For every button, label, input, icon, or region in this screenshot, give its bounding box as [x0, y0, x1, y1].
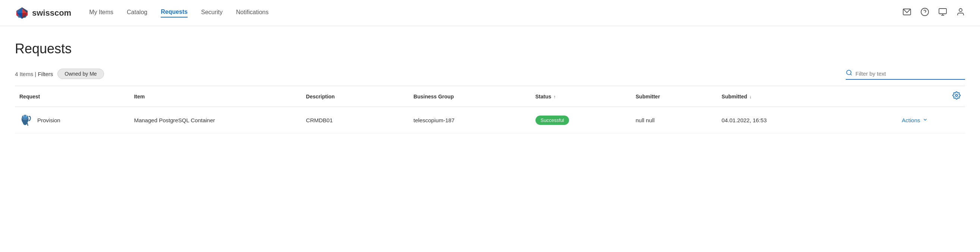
svg-point-20 [23, 115, 25, 117]
col-header-settings [932, 86, 965, 107]
user-icon[interactable] [956, 8, 965, 19]
search-icon [846, 69, 853, 78]
main-nav: My Items Catalog Requests Security Notif… [89, 9, 269, 17]
svg-line-22 [27, 123, 28, 126]
page-title: Requests [15, 41, 965, 57]
nav-item-catalog[interactable]: Catalog [127, 9, 147, 17]
monitor-icon[interactable] [938, 8, 947, 19]
logo-icon [15, 6, 29, 20]
svg-rect-10 [939, 9, 947, 14]
business-group-cell: telescopium-187 [409, 107, 531, 133]
page-content: Requests 4 Items | Filters Owned by Me [0, 26, 980, 141]
actions-chevron-icon[interactable] [923, 117, 928, 124]
submitted-cell: 04.01.2022, 16:53 [717, 107, 839, 133]
svg-point-8 [921, 8, 929, 16]
table-wrapper: Request Item Description Business Group … [15, 86, 965, 133]
header-left: swisscom My Items Catalog Requests Secur… [15, 6, 269, 20]
actions-cell: Actions [839, 107, 932, 133]
submitter-cell: null null [632, 107, 718, 133]
status-sort-icon: ↑ [554, 94, 556, 100]
svg-point-14 [846, 70, 851, 74]
svg-point-21 [26, 115, 27, 117]
search-input[interactable] [856, 70, 965, 77]
col-header-status[interactable]: Status ↑ [531, 86, 632, 107]
submitted-sort-icon: ↓ [749, 94, 751, 100]
nav-item-notifications[interactable]: Notifications [236, 9, 269, 17]
logo-text: swisscom [32, 8, 71, 18]
svg-line-15 [850, 74, 851, 75]
table-settings-icon[interactable] [952, 93, 961, 101]
col-header-submitter: Submitter [632, 86, 718, 107]
status-badge: Successful [536, 116, 570, 125]
requests-table: Request Item Description Business Group … [15, 86, 965, 133]
svg-point-13 [959, 9, 962, 11]
col-header-description: Description [302, 86, 409, 107]
header: swisscom My Items Catalog Requests Secur… [0, 0, 980, 26]
status-cell: Successful [531, 107, 632, 133]
nav-item-my-items[interactable]: My Items [89, 9, 113, 17]
header-right [902, 8, 965, 19]
item-cell: Managed PostgreSQL Container [129, 107, 301, 133]
actions-button[interactable]: Actions [902, 117, 920, 124]
col-header-actions [839, 86, 932, 107]
nav-item-requests[interactable]: Requests [161, 9, 188, 17]
request-cell-inner: Provision [19, 113, 125, 127]
request-label: Provision [37, 117, 60, 124]
col-header-request: Request [15, 86, 129, 107]
nav-item-security[interactable]: Security [201, 9, 223, 17]
request-cell: Provision [15, 107, 129, 133]
toolbar: 4 Items | Filters Owned by Me [15, 68, 965, 80]
mail-icon[interactable] [902, 8, 912, 19]
postgres-icon [19, 113, 33, 127]
table-header-row: Request Item Description Business Group … [15, 86, 965, 107]
help-icon[interactable] [920, 8, 929, 19]
col-header-business-group: Business Group [409, 86, 531, 107]
items-count: 4 Items | Filters [15, 71, 53, 77]
svg-point-16 [955, 94, 958, 97]
col-header-submitted[interactable]: Submitted ↓ [717, 86, 839, 107]
logo[interactable]: swisscom [15, 6, 71, 20]
table-row: Provision Managed PostgreSQL Container C… [15, 107, 965, 133]
toolbar-left: 4 Items | Filters Owned by Me [15, 68, 104, 79]
owned-by-me-button[interactable]: Owned by Me [57, 68, 103, 79]
search-box [846, 68, 965, 80]
col-header-item: Item [129, 86, 301, 107]
actions-inner: Actions [843, 117, 928, 124]
description-cell: CRMDB01 [302, 107, 409, 133]
row-settings-cell [932, 107, 965, 133]
